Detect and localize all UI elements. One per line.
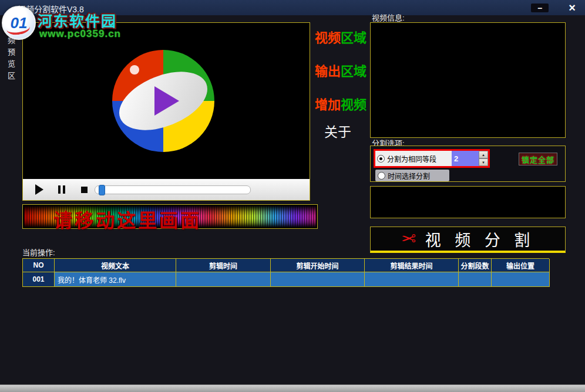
spin-down-button[interactable]: ▼ [479,158,488,166]
cell-clip-time [176,272,271,287]
table-row[interactable]: 001 我的！体育老师 32.flv [22,272,549,287]
video-info-label: 视频信息: [372,12,405,23]
radio-split-by-time[interactable]: 时间选择分割 [375,170,449,181]
player-controls [23,179,310,200]
spin-up-icon: ▲ [482,153,485,157]
radio-selected-icon [377,155,385,163]
pause-icon [58,185,65,194]
radio-unselected-icon [378,172,385,180]
cell-video-text: 我的！体育老师 32.flv [55,272,176,287]
watermark-badge-text: 01 [11,14,28,32]
logo-glint [130,65,139,75]
minimize-button[interactable]: − [531,4,549,12]
close-button[interactable]: × [563,1,581,14]
audio-spectrum: 请移动这里画面 [22,204,318,229]
watermark-site-url: www.pc0359.cn [39,28,121,40]
minimize-icon: − [537,4,542,13]
header-output-location: 输出位置 [492,259,550,272]
radio-split-by-time-label: 时间选择分割 [388,171,430,181]
current-operation-label: 当前操作: [22,246,55,258]
cell-no: 001 [23,272,55,287]
radio-split-equal-label: 分割为相同等段 [387,154,436,164]
stop-button[interactable] [77,183,91,196]
pause-button[interactable] [55,183,69,196]
tutorial-highlight-rect: 分割为相同等段 2 ▲ ▼ [374,149,490,168]
play-button[interactable] [32,183,46,196]
video-preview-area [22,22,310,201]
operations-table: NO 视频文本 剪辑时间 剪辑开始时间 剪辑结果时间 分割段数 输出位置 001… [22,258,549,287]
spectrum-overlay-text: 请移动这里画面 [53,205,201,232]
media-player-logo [112,50,214,152]
play-icon [35,184,43,195]
window-bottom-edge [0,384,585,392]
play-logo-icon [154,86,179,116]
header-video-text: 视频文本 [55,259,176,272]
video-screen [23,23,310,179]
cell-clip-result-time [365,272,459,287]
lock-all-button[interactable]: 锁定全部 [519,153,557,165]
seek-slider[interactable] [95,185,251,194]
video-split-button[interactable]: ✂ 视 频 分 割 [370,227,566,253]
stop-icon [81,187,88,193]
app-window: 视频分割软件V3.8 − × 视频预览区 请移动这里画面 [0,0,585,392]
spin-up-button[interactable]: ▲ [479,151,488,158]
nav-output-area-button[interactable]: 输出区域 [315,60,367,79]
cell-segment-count [459,272,492,287]
nav-add-video-button[interactable]: 增加视频 [315,94,367,113]
nav-video-area-button[interactable]: 视频区域 [315,27,367,46]
segment-count-input[interactable]: 2 [452,151,479,166]
output-info-box [370,186,566,218]
spin-down-icon: ▼ [482,161,485,164]
cell-clip-start-time [271,272,365,287]
cell-output-location [492,272,550,287]
table-header-row: NO 视频文本 剪辑时间 剪辑开始时间 剪辑结果时间 分割段数 输出位置 [22,258,549,272]
video-split-button-label: 视 频 分 割 [425,228,535,251]
split-options-groupbox: 分割为相同等段 2 ▲ ▼ 时间选择分割 锁定全部 [370,146,566,182]
seek-thumb[interactable] [99,185,105,195]
header-clip-time: 剪辑时间 [176,259,271,272]
close-icon: × [569,1,576,15]
nav-about-button[interactable]: 关于 [324,121,351,141]
scissors-icon: ✂ [401,230,416,248]
header-segment-count: 分割段数 [459,259,492,272]
segment-count-spinner: 2 ▲ ▼ [452,151,488,166]
video-info-box [370,22,566,138]
watermark-site-name: 河东软件园 [38,9,117,31]
header-no: NO [23,259,55,272]
header-clip-start-time: 剪辑开始时间 [271,259,365,272]
watermark-logo: 01 [2,6,36,40]
radio-split-equal[interactable]: 分割为相同等段 [375,151,452,166]
header-clip-result-time: 剪辑结果时间 [365,259,459,272]
